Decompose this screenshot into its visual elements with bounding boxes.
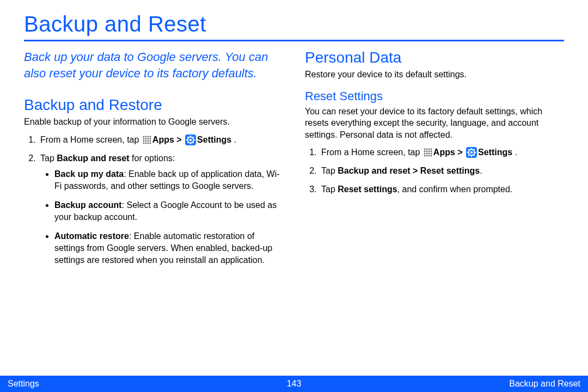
section-personal-data: Personal Data xyxy=(305,49,564,66)
apps-icon xyxy=(424,148,432,157)
reset-settings-steps: From a Home screen, tap Apps > Settings … xyxy=(305,146,564,196)
reset-settings-lead: You can reset your device to its factory… xyxy=(305,106,564,141)
gt-label: > xyxy=(174,135,184,144)
footer-page-number: 143 xyxy=(199,379,390,389)
bold-text: Reset settings xyxy=(338,185,397,194)
list-item: Backup account: Select a Google Account … xyxy=(54,199,283,223)
step-text: From a Home screen, tap xyxy=(40,135,142,144)
list-item: Automatic restore: Enable automatic rest… xyxy=(54,230,283,266)
backup-options-list: Back up my data: Enable back up of appli… xyxy=(40,168,283,266)
title-divider xyxy=(24,40,564,41)
section-backup-restore: Backup and Restore xyxy=(24,96,283,114)
right-column: Personal Data Restore your device to its… xyxy=(305,49,564,273)
settings-icon xyxy=(466,147,477,158)
step-text: . xyxy=(231,135,236,144)
page-title: Backup and Reset xyxy=(24,12,564,36)
list-item: Tap Reset settings, and confirm when pro… xyxy=(319,183,564,196)
left-column: Back up your data to Google servers. You… xyxy=(24,49,283,273)
bold-text: Backup and reset > Reset settings xyxy=(338,166,480,175)
footer-right: Backup and Reset xyxy=(389,379,580,389)
list-item: Tap Backup and reset for options: Back u… xyxy=(38,152,283,266)
list-item: Back up my data: Enable back up of appli… xyxy=(54,168,283,192)
bold-text: Backup and reset xyxy=(57,154,129,163)
step-text: Tap xyxy=(321,185,338,194)
intro-text: Back up your data to Google servers. You… xyxy=(24,49,283,81)
content-columns: Back up your data to Google servers. You… xyxy=(24,49,564,273)
backup-restore-steps: From a Home screen, tap Apps > Settings … xyxy=(24,133,283,266)
list-item: From a Home screen, tap Apps > Settings … xyxy=(38,133,283,146)
list-item: Tap Backup and reset > Reset settings. xyxy=(319,164,564,177)
personal-data-lead: Restore your device to its default setti… xyxy=(305,69,564,81)
settings-label: Settings xyxy=(197,135,231,144)
option-title: Automatic restore xyxy=(54,231,129,241)
list-item: From a Home screen, tap Apps > Settings … xyxy=(319,146,564,159)
apps-label: Apps xyxy=(433,148,455,157)
option-title: Backup account xyxy=(54,200,122,210)
footer-left: Settings xyxy=(8,379,199,389)
option-title: Back up my data xyxy=(54,169,124,179)
step-text: From a Home screen, tap xyxy=(321,148,422,157)
step-text: . xyxy=(480,166,482,175)
apps-label: Apps xyxy=(152,135,174,144)
step-text: , and confirm when prompted. xyxy=(397,185,513,194)
backup-restore-lead: Enable backup of your information to Goo… xyxy=(24,116,283,128)
subsection-reset-settings: Reset Settings xyxy=(305,89,564,103)
step-text: . xyxy=(512,148,517,157)
apps-icon xyxy=(143,136,151,144)
step-text: for options: xyxy=(130,154,175,163)
settings-icon xyxy=(185,134,196,145)
page-footer: Settings 143 Backup and Reset xyxy=(0,376,588,392)
step-text: Tap xyxy=(321,166,338,175)
gt-label: > xyxy=(455,148,465,157)
settings-label: Settings xyxy=(478,148,512,157)
step-text: Tap xyxy=(40,154,57,163)
